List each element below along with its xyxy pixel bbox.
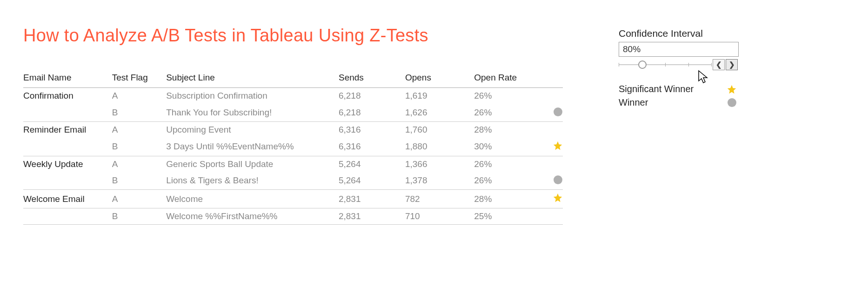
chevron-left-icon: ❮	[716, 60, 722, 69]
table-body: ConfirmationASubscription Confirmation6,…	[23, 88, 563, 225]
cell-sends: 5,264	[339, 156, 405, 172]
cell-opens: 782	[405, 190, 474, 208]
table-header-row: Email Name Test Flag Subject Line Sends …	[23, 69, 563, 88]
slider-thumb[interactable]	[638, 60, 647, 69]
cell-subject-line: Generic Sports Ball Update	[166, 156, 339, 172]
legend-significant-label: Significant Winner	[619, 84, 726, 94]
header-open-rate[interactable]: Open Rate	[474, 69, 543, 88]
cell-opens: 1,626	[405, 104, 474, 121]
cell-open-rate: 28%	[474, 190, 543, 208]
header-subject-line[interactable]: Subject Line	[166, 69, 339, 88]
cell-winner	[543, 121, 563, 138]
cell-open-rate: 26%	[474, 172, 543, 190]
cell-test-flag: B	[112, 138, 167, 156]
legend-winner-label: Winner	[619, 97, 726, 108]
page-title: How to Analyze A/B Tests in Tableau Usin…	[23, 26, 563, 46]
cell-winner	[543, 88, 563, 104]
table-row[interactable]: Welcome EmailAWelcome2,83178228%	[23, 190, 563, 208]
legend-winner: Winner	[619, 97, 758, 108]
cell-test-flag: A	[112, 190, 167, 208]
cell-email-name	[23, 104, 112, 121]
cell-email-name: Welcome Email	[23, 190, 112, 208]
header-winner	[543, 69, 563, 88]
cell-open-rate: 25%	[474, 208, 543, 225]
cell-winner	[543, 156, 563, 172]
cell-sends: 6,218	[339, 104, 405, 121]
cell-opens: 1,366	[405, 156, 474, 172]
table-row[interactable]: BLions & Tigers & Bears!5,2641,37826%	[23, 172, 563, 190]
cell-winner	[543, 104, 563, 121]
main-report: How to Analyze A/B Tests in Tableau Usin…	[23, 26, 563, 225]
cell-open-rate: 26%	[474, 156, 543, 172]
cell-email-name	[23, 208, 112, 225]
cell-subject-line: Thank You for Subscribing!	[166, 104, 339, 121]
star-icon	[726, 84, 738, 94]
cell-subject-line: Welcome %%FirstName%%	[166, 208, 339, 225]
cell-test-flag: B	[112, 208, 167, 225]
circle-icon	[726, 98, 738, 107]
table-row[interactable]: B3 Days Until %%EventName%%6,3161,88030%	[23, 138, 563, 156]
sidebar-controls: Confidence Interval ❮ ❯ Significant Winn…	[619, 26, 758, 225]
cell-email-name	[23, 138, 112, 156]
cell-subject-line: Upcoming Event	[166, 121, 339, 138]
ab-test-table: Email Name Test Flag Subject Line Sends …	[23, 69, 563, 225]
cell-sends: 5,264	[339, 172, 405, 190]
cell-subject-line: 3 Days Until %%EventName%%	[166, 138, 339, 156]
cell-winner	[543, 208, 563, 225]
chevron-right-icon: ❯	[729, 60, 735, 69]
header-test-flag[interactable]: Test Flag	[112, 69, 167, 88]
cell-opens: 1,760	[405, 121, 474, 138]
cell-winner	[543, 172, 563, 190]
cell-winner	[543, 138, 563, 156]
cell-test-flag: B	[112, 172, 167, 190]
cell-test-flag: A	[112, 156, 167, 172]
cell-opens: 1,880	[405, 138, 474, 156]
cell-test-flag: A	[112, 121, 167, 138]
cell-subject-line: Lions & Tigers & Bears!	[166, 172, 339, 190]
table-row[interactable]: Weekly UpdateAGeneric Sports Ball Update…	[23, 156, 563, 172]
cell-email-name: Reminder Email	[23, 121, 112, 138]
cell-open-rate: 26%	[474, 104, 543, 121]
cell-test-flag: B	[112, 104, 167, 121]
cell-open-rate: 26%	[474, 88, 543, 104]
table-row[interactable]: BWelcome %%FirstName%%2,83171025%	[23, 208, 563, 225]
header-email-name[interactable]: Email Name	[23, 69, 112, 88]
cell-opens: 710	[405, 208, 474, 225]
slider-next-button[interactable]: ❯	[726, 59, 738, 70]
cell-opens: 1,378	[405, 172, 474, 190]
cell-sends: 6,316	[339, 121, 405, 138]
cell-email-name: Confirmation	[23, 88, 112, 104]
table-row[interactable]: BThank You for Subscribing!6,2181,62626%	[23, 104, 563, 121]
cell-open-rate: 30%	[474, 138, 543, 156]
cell-opens: 1,619	[405, 88, 474, 104]
confidence-slider[interactable]	[619, 59, 712, 70]
header-opens[interactable]: Opens	[405, 69, 474, 88]
table-row[interactable]: ConfirmationASubscription Confirmation6,…	[23, 88, 563, 104]
cell-test-flag: A	[112, 88, 167, 104]
star-icon	[553, 193, 563, 203]
circle-icon	[553, 107, 563, 117]
cell-email-name: Weekly Update	[23, 156, 112, 172]
cell-email-name	[23, 172, 112, 190]
confidence-interval-input[interactable]	[619, 42, 739, 57]
slider-prev-button[interactable]: ❮	[713, 59, 725, 70]
cell-subject-line: Welcome	[166, 190, 339, 208]
cell-sends: 2,831	[339, 190, 405, 208]
confidence-slider-row: ❮ ❯	[619, 59, 758, 71]
circle-icon	[553, 175, 563, 185]
cell-sends: 6,218	[339, 88, 405, 104]
table-row[interactable]: Reminder EmailAUpcoming Event6,3161,7602…	[23, 121, 563, 138]
cell-winner	[543, 190, 563, 208]
legend-significant-winner: Significant Winner	[619, 84, 758, 94]
confidence-interval-label: Confidence Interval	[619, 28, 758, 39]
cell-sends: 2,831	[339, 208, 405, 225]
cell-sends: 6,316	[339, 138, 405, 156]
star-icon	[553, 141, 563, 151]
header-sends[interactable]: Sends	[339, 69, 405, 88]
cell-open-rate: 28%	[474, 121, 543, 138]
cell-subject-line: Subscription Confirmation	[166, 88, 339, 104]
